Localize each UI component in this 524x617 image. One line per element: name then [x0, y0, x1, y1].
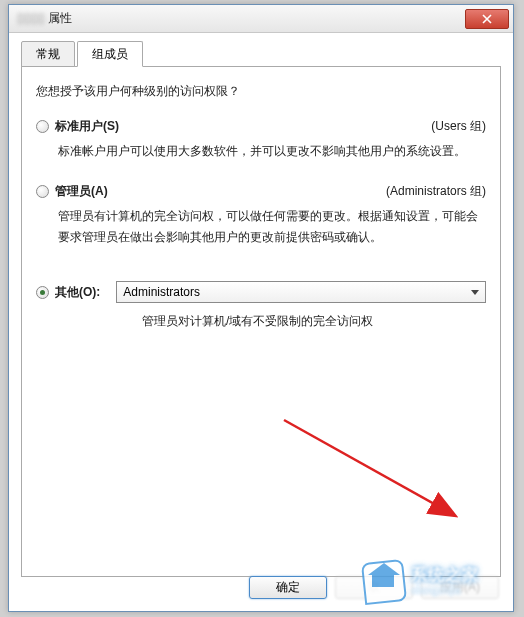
group-note-users: (Users 组)	[431, 118, 486, 135]
desc-standard-user: 标准帐户用户可以使用大多数软件，并可以更改不影响其他用户的系统设置。	[58, 141, 486, 161]
cancel-button[interactable]: 取	[335, 576, 413, 599]
window-title: ▯▯▯▯ 属性	[17, 10, 465, 27]
tab-members[interactable]: 组成员	[77, 41, 143, 67]
option-administrator: 管理员(A) (Administrators 组) 管理员有计算机的完全访问权，…	[36, 183, 486, 247]
desc-administrator: 管理员有计算机的完全访问权，可以做任何需要的更改。根据通知设置，可能会要求管理员…	[58, 206, 486, 247]
access-level-question: 您想授予该用户何种级别的访问权限？	[36, 83, 486, 100]
chevron-down-icon	[471, 290, 479, 295]
option-standard-user: 标准用户(S) (Users 组) 标准帐户用户可以使用大多数软件，并可以更改不…	[36, 118, 486, 161]
desc-other: 管理员对计算机/域有不受限制的完全访问权	[142, 313, 486, 330]
tab-general[interactable]: 常规	[21, 41, 75, 67]
close-button[interactable]	[465, 9, 509, 29]
label-standard-user: 标准用户(S)	[55, 118, 119, 135]
radio-standard-user[interactable]	[36, 120, 49, 133]
tabstrip: 常规 组成员	[21, 43, 501, 67]
content-area: 常规 组成员 您想授予该用户何种级别的访问权限？ 标准用户(S) (Users …	[9, 33, 513, 589]
apply-button[interactable]: 应用(A)	[421, 576, 499, 599]
group-note-admins: (Administrators 组)	[386, 183, 486, 200]
label-administrator: 管理员(A)	[55, 183, 108, 200]
ok-button[interactable]: 确定	[249, 576, 327, 599]
dropdown-selected-value: Administrators	[123, 285, 471, 299]
radio-other[interactable]	[36, 286, 49, 299]
radio-administrator[interactable]	[36, 185, 49, 198]
tab-panel-members: 您想授予该用户何种级别的访问权限？ 标准用户(S) (Users 组) 标准帐户…	[21, 67, 501, 577]
dialog-buttons: 确定 取 应用(A)	[249, 576, 499, 599]
option-other: 其他(O): Administrators	[36, 281, 486, 303]
properties-dialog: ▯▯▯▯ 属性 常规 组成员 您想授予该用户何种级别的访问权限？ 标准用户(S)	[8, 4, 514, 612]
other-group-dropdown[interactable]: Administrators	[116, 281, 486, 303]
titlebar[interactable]: ▯▯▯▯ 属性	[9, 5, 513, 33]
label-other: 其他(O):	[55, 284, 100, 301]
close-icon	[482, 14, 492, 24]
